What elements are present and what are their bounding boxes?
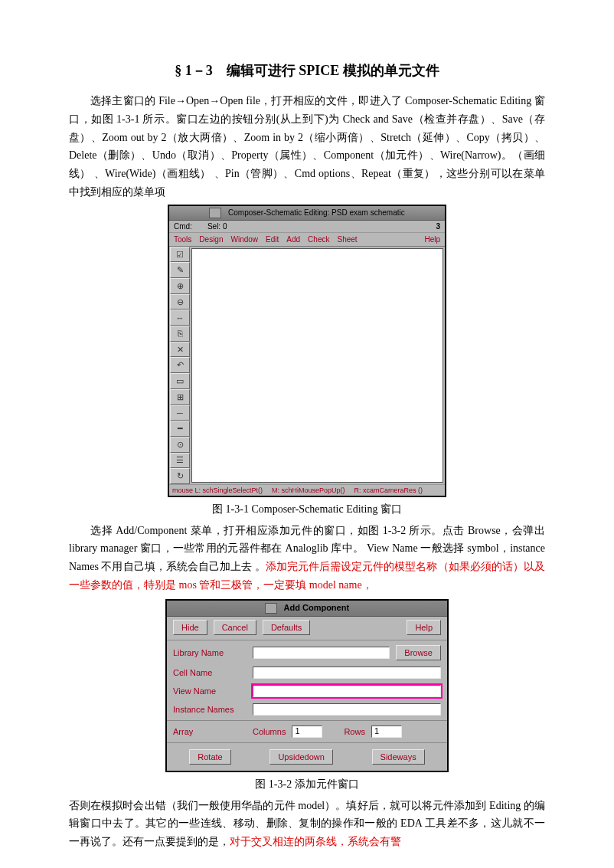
selection-count: 3 bbox=[436, 222, 440, 231]
row-cell: Cell Name bbox=[167, 663, 447, 682]
stretch-icon[interactable]: ↔ bbox=[170, 310, 190, 326]
separator-2 bbox=[167, 720, 447, 721]
window-icon bbox=[209, 208, 221, 218]
tool-column: ☑ ✎ ⊕ ⊖ ↔ ⎘ ✕ ↶ ▭ ⊞ ─ ━ ⊙ ☰ ↻ bbox=[169, 247, 190, 484]
dialog-titlebar: Add Component bbox=[167, 601, 447, 617]
paragraph-2: 选择 Add/Component 菜单，打开相应添加元件的窗口，如图 1-3-2… bbox=[69, 522, 545, 594]
menu-help[interactable]: Help bbox=[424, 235, 440, 244]
menu-edit[interactable]: Edit bbox=[266, 235, 279, 244]
status-bar: mouse L: schSingleSelectPt() M: schHiMou… bbox=[169, 484, 445, 496]
array-label: Array bbox=[173, 727, 247, 736]
figure-2-dialog: Add Component Hide Cancel Defaults Help … bbox=[165, 599, 449, 772]
figure-1-window: Composer-Schematic Editing: PSD exam sch… bbox=[168, 205, 446, 497]
component-icon[interactable]: ⊞ bbox=[170, 389, 190, 405]
window-title: Composer-Schematic Editing: PSD exam sch… bbox=[228, 208, 405, 216]
undo-icon[interactable]: ↶ bbox=[170, 357, 190, 373]
view-name-label: View Name bbox=[173, 686, 247, 696]
figure-2-caption: 图 1-3-2 添加元件窗口 bbox=[69, 775, 545, 794]
repeat-icon[interactable]: ↻ bbox=[170, 468, 190, 484]
instance-names-input[interactable] bbox=[253, 703, 441, 716]
paragraph-3-red: 对于交叉相连的两条线，系统会有警 bbox=[230, 836, 401, 847]
dialog-icon bbox=[265, 603, 277, 614]
dialog-bottom-buttons: Rotate Upsidedown Sideways bbox=[167, 745, 447, 771]
status-mouse-l: mouse L: schSingleSelectPt() bbox=[172, 486, 263, 494]
separator bbox=[167, 640, 447, 640]
columns-label: Columns bbox=[253, 727, 286, 736]
copy-icon[interactable]: ⎘ bbox=[170, 326, 190, 342]
rows-label: Rows bbox=[344, 727, 365, 736]
menu-bar: Tools Design Window Edit Add Check Sheet… bbox=[169, 233, 445, 247]
status-mouse-r: R: xcamCameraRes () bbox=[354, 486, 423, 494]
check-save-icon[interactable]: ☑ bbox=[170, 247, 190, 263]
rows-input[interactable]: 1 bbox=[371, 726, 402, 738]
separator-3 bbox=[167, 742, 447, 743]
document-page: § 1－3 编辑可进行 SPICE 模拟的单元文件 选择主窗口的 File→Op… bbox=[0, 0, 614, 868]
pin-icon[interactable]: ⊙ bbox=[170, 437, 190, 453]
row-view: View Name bbox=[167, 682, 447, 700]
row-library: Library Name Browse bbox=[167, 642, 447, 663]
menu-design[interactable]: Design bbox=[199, 235, 223, 244]
dialog-title: Add Component bbox=[284, 603, 350, 612]
sideways-button[interactable]: Sideways bbox=[372, 749, 425, 765]
cancel-button[interactable]: Cancel bbox=[214, 620, 256, 635]
cell-name-label: Cell Name bbox=[173, 668, 247, 677]
menu-check[interactable]: Check bbox=[308, 235, 329, 244]
wire-wide-icon[interactable]: ━ bbox=[170, 421, 190, 437]
dialog-top-buttons: Hide Cancel Defaults Help bbox=[167, 617, 447, 638]
menu-sheet[interactable]: Sheet bbox=[337, 235, 357, 244]
save-icon[interactable]: ✎ bbox=[170, 262, 190, 278]
cell-name-input[interactable] bbox=[253, 667, 441, 679]
menu-tools[interactable]: Tools bbox=[174, 235, 191, 244]
help-button[interactable]: Help bbox=[407, 620, 441, 635]
wire-narrow-icon[interactable]: ─ bbox=[170, 405, 190, 421]
window-titlebar: Composer-Schematic Editing: PSD exam sch… bbox=[169, 206, 445, 221]
columns-input[interactable]: 1 bbox=[292, 726, 322, 738]
cmd-options-icon[interactable]: ☰ bbox=[170, 453, 190, 469]
instance-names-label: Instance Names bbox=[173, 705, 247, 714]
section-title: § 1－3 编辑可进行 SPICE 模拟的单元文件 bbox=[69, 61, 545, 80]
delete-icon[interactable]: ✕ bbox=[170, 342, 190, 358]
paragraph-3: 否则在模拟时会出错（我们一般使用华晶的元件 model）。填好后，就可以将元件添… bbox=[69, 797, 545, 851]
menu-add[interactable]: Add bbox=[286, 235, 300, 244]
view-name-input[interactable] bbox=[253, 685, 441, 697]
cmd-label: Cmd: bbox=[174, 222, 192, 231]
row-instance: Instance Names bbox=[167, 700, 447, 719]
sel-label: Sel: 0 bbox=[207, 222, 227, 231]
library-name-label: Library Name bbox=[173, 648, 247, 657]
hide-button[interactable]: Hide bbox=[173, 620, 207, 635]
upsidedown-button[interactable]: Upsidedown bbox=[269, 749, 333, 765]
property-icon[interactable]: ▭ bbox=[170, 373, 190, 389]
library-name-input[interactable] bbox=[253, 647, 390, 659]
figure-1-caption: 图 1-3-1 Composer-Schematic Editing 窗口 bbox=[69, 500, 545, 519]
row-array: Array Columns 1 Rows 1 bbox=[167, 722, 447, 741]
work-area: ☑ ✎ ⊕ ⊖ ↔ ⎘ ✕ ↶ ▭ ⊞ ─ ━ ⊙ ☰ ↻ bbox=[169, 247, 445, 484]
schematic-canvas[interactable] bbox=[191, 248, 443, 483]
rotate-button[interactable]: Rotate bbox=[189, 749, 230, 765]
browse-button[interactable]: Browse bbox=[396, 645, 441, 660]
zoom-in-icon[interactable]: ⊖ bbox=[170, 294, 190, 310]
status-mouse-m: M: schHiMousePopUp() bbox=[272, 486, 345, 494]
defaults-button[interactable]: Defaults bbox=[263, 620, 310, 635]
menu-window[interactable]: Window bbox=[231, 235, 259, 244]
paragraph-1: 选择主窗口的 File→Open→Open file，打开相应的文件，即进入了 … bbox=[69, 92, 545, 201]
zoom-out-icon[interactable]: ⊕ bbox=[170, 278, 190, 294]
command-bar: Cmd: Sel: 0 3 bbox=[169, 221, 445, 233]
